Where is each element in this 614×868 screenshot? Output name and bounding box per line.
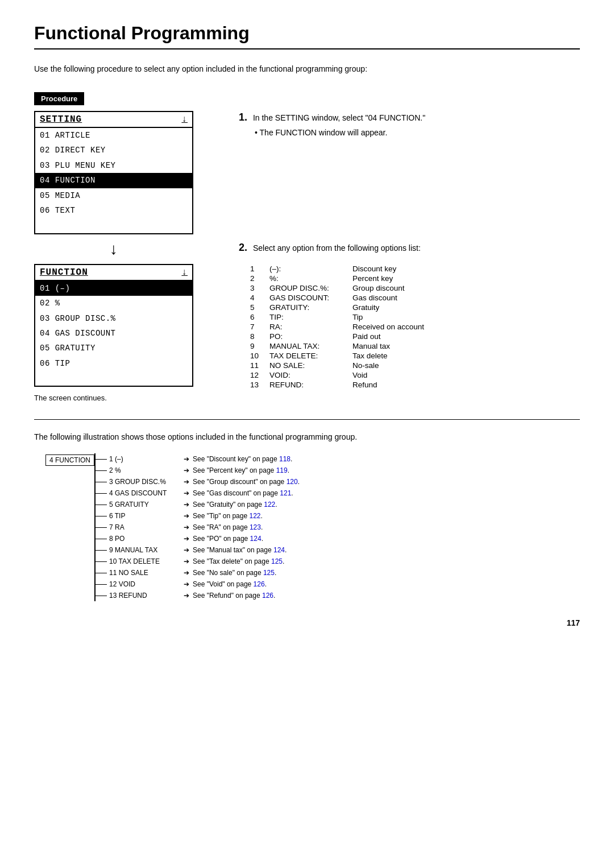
opt-key-12: VOID: [267,370,352,380]
step1-text: 1. In the SETTING window, select "04 FUN… [239,92,580,137]
branch-row-2: 2 % ➔ See "Percent key" on page 119. [96,465,300,476]
opt-num-10: 10 [250,351,267,361]
tree-diagram: 4 FUNCTION 1 (–) ➔ See "Discount key" on… [45,453,580,601]
opt-num-3: 3 [250,283,267,293]
setting-row-2: 02 DIRECT KEY [35,143,192,158]
branch-page-8: 124 [250,535,262,543]
opt-num-9: 9 [250,341,267,351]
option-row-13: 13 REFUND: Refund [250,380,424,390]
function-row-6: 06 TIP [35,356,192,371]
branch-horiz-5 [96,505,107,505]
opt-key-7: RA: [267,322,352,332]
function-row-blank [35,371,192,386]
option-row-2: 2 %: Percent key [250,274,424,283]
option-row-5: 5 GRATUITY: Gratuity [250,303,424,312]
function-title: FUNCTION [40,267,88,278]
branch-row-3: 3 GROUP DISC.% ➔ See "Group discount" on… [96,476,300,487]
opt-key-8: PO: [267,332,352,341]
setting-row-1: 01 ARTICLE [35,128,192,143]
right-column: 1. In the SETTING window, select "04 FUN… [239,92,580,402]
branch-row-7: 7 RA ➔ See "RA" on page 123. [96,522,300,533]
branch-link-7: See "RA" on page 123. [189,523,263,531]
branch-row-8: 8 PO ➔ See "PO" on page 124. [96,533,300,544]
branch-item-5: 5 GRATUITY [107,501,184,509]
opt-key-1: (–): [267,264,352,274]
step1-paragraph: 1. In the SETTING window, select "04 FUN… [239,109,580,126]
step1-content: In the SETTING window, select "04 FUNCTI… [253,113,425,122]
setting-header: SETTING ↓ [35,112,192,128]
branch-arrow-12: ➔ [184,580,189,588]
branch-arrow-5: ➔ [184,501,189,509]
branch-link-4: See "Gas discount" on page 121. [189,489,293,497]
branch-page-10: 125 [271,557,283,565]
branch-arrow-2: ➔ [184,466,189,474]
branch-arrow-6: ➔ [184,512,189,520]
option-row-7: 7 RA: Received on account [250,322,424,332]
setting-window: SETTING ↓ 01 ARTICLE 02 DIRECT KEY 03 PL… [34,111,193,234]
option-row-11: 11 NO SALE: No-sale [250,361,424,370]
illustration-intro: The following illustration shows those o… [34,431,580,443]
intro-text: Use the following procedure to select an… [34,63,580,75]
branch-item-4: 4 GAS DISCOUNT [107,489,184,497]
opt-num-4: 4 [250,293,267,303]
opt-desc-5: Gratuity [352,303,424,312]
branch-arrow-1: ➔ [184,455,189,463]
left-column: Procedure SETTING ↓ 01 ARTICLE 02 DIRECT… [34,92,216,402]
opt-num-2: 2 [250,274,267,283]
opt-desc-2: Percent key [352,274,424,283]
branch-row-6: 6 TIP ➔ See "Tip" on page 122. [96,510,300,522]
branch-link-5: See "Gratuity" on page 122. [189,501,277,509]
tree-branches: 1 (–) ➔ See "Discount key" on page 118. … [96,453,300,601]
branch-row-12: 12 VOID ➔ See "Void" on page 126. [96,578,300,590]
opt-num-5: 5 [250,303,267,312]
option-row-12: 12 VOID: Void [250,370,424,380]
branch-horiz-10 [96,561,107,562]
branch-row-10: 10 TAX DELETE ➔ See "Tax delete" on page… [96,556,300,567]
function-window: FUNCTION ↓ 01 (–) 02 % 03 GROUP DISC.% 0… [34,264,193,387]
branch-arrow-8: ➔ [184,535,189,543]
setting-title: SETTING [40,114,82,125]
branch-horiz-11 [96,573,107,573]
branch-link-11: See "No sale" on page 125. [189,569,276,577]
branch-link-9: See "Manual tax" on page 124. [189,546,287,554]
branch-page-11: 125 [263,569,275,577]
step2-number: 2. [239,242,247,253]
opt-key-11: NO SALE: [267,361,352,370]
step2-paragraph: 2. Select any option from the following … [239,239,580,256]
branch-item-1: 1 (–) [107,455,184,463]
opt-desc-13: Refund [352,380,424,390]
branch-horiz-6 [96,516,107,516]
opt-key-6: TIP: [267,312,352,322]
opt-key-5: GRATUITY: [267,303,352,312]
step1-section: Procedure SETTING ↓ 01 ARTICLE 02 DIRECT… [34,92,580,402]
opt-desc-10: Tax delete [352,351,424,361]
opt-key-13: REFUND: [267,380,352,390]
branch-arrow-11: ➔ [184,569,189,577]
branch-page-6: 122 [249,512,260,520]
opt-desc-4: Gas discount [352,293,424,303]
function-row-5: 05 GRATUITY [35,341,192,356]
branch-item-12: 12 VOID [107,580,184,588]
option-row-9: 9 MANUAL TAX: Manual tax [250,341,424,351]
setting-row-6: 06 TEXT [35,203,192,218]
setting-row-4: 04 FUNCTION [35,173,192,188]
branch-horiz-12 [96,584,107,585]
branch-arrow-3: ➔ [184,478,189,486]
branch-row-1: 1 (–) ➔ See "Discount key" on page 118. [96,453,300,465]
step1-bullet: • The FUNCTION window will appear. [255,128,580,137]
opt-num-6: 6 [250,312,267,322]
branch-row-5: 5 GRATUITY ➔ See "Gratuity" on page 122. [96,499,300,510]
screen-continues-text: The screen continues. [34,394,216,402]
arrow-between-screens: ↓ [34,234,193,264]
opt-key-3: GROUP DISC.%: [267,283,352,293]
branch-page-3: 120 [287,478,298,486]
opt-desc-12: Void [352,370,424,380]
section-divider [34,419,580,420]
opt-desc-9: Manual tax [352,341,424,351]
branch-item-9: 9 MANUAL TAX [107,546,184,554]
step1-number: 1. [239,111,247,123]
function-header: FUNCTION ↓ [35,265,192,281]
branch-page-5: 122 [264,501,275,509]
option-row-1: 1 (–): Discount key [250,264,424,274]
function-row-1: 01 (–) [35,281,192,296]
